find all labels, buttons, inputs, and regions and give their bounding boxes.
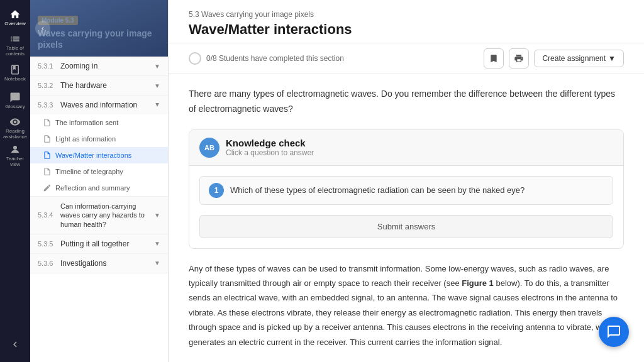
kc-avatar: AB [199,138,219,158]
nav-sub-item-wave-interactions[interactable]: Wave/Matter interactions [30,147,168,163]
document-icon [43,134,52,143]
chevron-down-icon: ▼ [154,212,160,219]
document-icon [43,151,52,160]
course-nav-header: ‹ Module 5.3 Waves carrying your image p… [30,0,168,57]
chevron-down-icon: ▼ [154,63,160,70]
nav-section-header-hazards[interactable]: 5.3.4 Can information-carrying waves car… [30,197,168,234]
nav-section-hardware: 5.3.2 The hardware ▼ [30,76,168,96]
create-assignment-button[interactable]: Create assignment ▼ [534,50,624,67]
completion-row: 0/8 Students have completed this section [189,52,344,65]
completion-text: 0/8 Students have completed this section [206,54,344,63]
intro-paragraph: There are many types of electromagnetic … [189,87,624,117]
sidebar-item-overview[interactable]: Overview [3,5,28,30]
submit-answers-button[interactable]: Submit answers [199,215,613,238]
nav-section-header-investigations[interactable]: 5.3.6 Investigations ▼ [30,254,168,273]
chevron-down-icon: ▼ [154,260,160,266]
sidebar-item-reading-assistance[interactable]: Readingassistance [3,116,28,141]
sidebar-item-collapse[interactable] [3,332,28,357]
main-content: 5.3 Waves carrying your image pixels Wav… [169,0,644,362]
kc-subtitle: Click a question to answer [226,148,613,157]
document-icon [43,167,52,176]
chevron-down-icon: ▼ [154,240,160,247]
content-body: There are many types of electromagnetic … [169,74,644,362]
kc-header: AB Knowledge check Click a question to a… [189,130,623,166]
sidebar-item-table-of-contents[interactable]: Table ofcontents [3,33,28,58]
content-meta: 0/8 Students have completed this section… [169,43,644,74]
content-path: 5.3 Waves carrying your image pixels [189,10,624,19]
bookmark-button[interactable] [484,48,504,69]
svg-point-0 [13,146,17,150]
nav-section-waves-info: 5.3.3 Waves and information ▲ The inform… [30,96,168,197]
completion-circle [189,52,201,65]
knowledge-check-box: AB Knowledge check Click a question to a… [189,129,624,249]
question-row[interactable]: 1 Which of these types of electromagneti… [199,176,613,205]
figure-label: Figure 1 [462,278,494,288]
nav-section-header-waves-info[interactable]: 5.3.3 Waves and information ▲ [30,96,168,114]
document-icon [43,118,52,127]
nav-section-hazards: 5.3.4 Can information-carrying waves car… [30,197,168,234]
body-text-2: below). To do this, a transmitter sends … [189,278,618,347]
content-title: Wave/Matter interactions [189,21,624,38]
pencil-icon [43,184,52,192]
nav-section-header-hardware[interactable]: 5.3.2 The hardware ▼ [30,76,168,95]
chevron-up-icon: ▲ [154,102,160,109]
kc-question: 1 Which of these types of electromagneti… [189,166,623,215]
sidebar: Overview Table ofcontents Notebook Gloss… [0,0,30,362]
chevron-down-icon: ▼ [608,54,616,63]
nav-section-header-putting-together[interactable]: 5.3.5 Putting it all together ▼ [30,234,168,253]
course-nav-panel: ‹ Module 5.3 Waves carrying your image p… [30,0,169,362]
nav-sub-item-info-sent[interactable]: The information sent [30,114,168,131]
nav-section-investigations: 5.3.6 Investigations ▼ [30,254,168,273]
kc-title: Knowledge check [226,138,613,148]
nav-section-zooming-in: 5.3.1 Zooming in ▼ [30,57,168,76]
nav-sub-item-timeline[interactable]: Timeline of telegraphy [30,163,168,180]
content-header: 5.3 Waves carrying your image pixels Wav… [169,0,644,43]
nav-section-putting-together: 5.3.5 Putting it all together ▼ [30,234,168,254]
sidebar-item-notebook[interactable]: Notebook [3,60,28,85]
sidebar-item-glossary[interactable]: Glossary [3,88,28,113]
fab-button[interactable] [599,317,629,347]
sidebar-item-teacher-view[interactable]: Teacherview [3,143,28,168]
nav-sub-item-reflection[interactable]: Reflection and summary [30,180,168,196]
question-number: 1 [209,183,224,198]
meta-actions: Create assignment ▼ [484,48,624,69]
print-button[interactable] [509,48,529,69]
body-text-paragraph: Any of these types of waves can be used … [189,261,624,349]
chevron-down-icon: ▼ [154,82,160,89]
nav-prev-button[interactable]: ‹ [35,21,50,36]
submit-row: Submit answers [189,215,623,248]
nav-section-header-zooming-in[interactable]: 5.3.1 Zooming in ▼ [30,57,168,75]
nav-list: 5.3.1 Zooming in ▼ 5.3.2 The hardware ▼ … [30,57,168,362]
nav-sub-item-light-info[interactable]: Light as information [30,131,168,147]
question-text: Which of these types of electromagnetic … [230,185,604,195]
